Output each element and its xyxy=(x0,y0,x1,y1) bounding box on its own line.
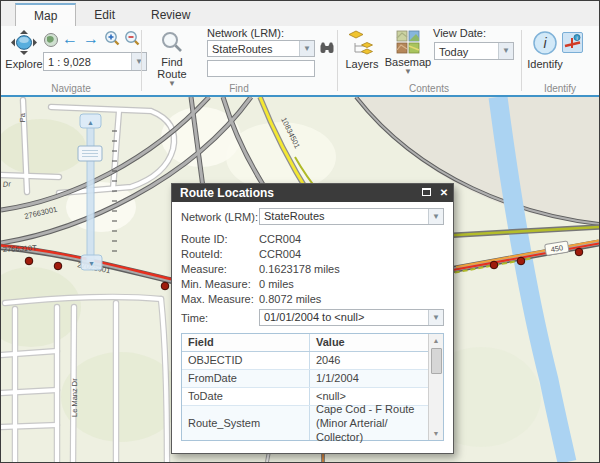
maximize-icon xyxy=(422,188,431,196)
time-value: 01/01/2004 to <null> xyxy=(260,310,428,325)
dialog-network-combo[interactable]: StateRoutes ▼ xyxy=(259,208,444,225)
route-locations-dialog: Route Locations ✕ Network (LRM): StateRo… xyxy=(171,183,454,454)
table-row[interactable]: FromDate 1/1/2004 xyxy=(182,370,428,388)
table-row[interactable]: OBJECTID 2046 xyxy=(182,352,428,370)
field-column-header: Field xyxy=(182,334,310,351)
dialog-network-label: Network (LRM): xyxy=(181,211,259,223)
identify-icon: i xyxy=(532,30,558,58)
group-label-find: Find xyxy=(141,83,337,94)
table-header-row: Field Value xyxy=(182,334,428,352)
slider-track[interactable] xyxy=(87,117,94,262)
measure-label: Measure: xyxy=(181,262,259,277)
scroll-down-icon[interactable]: ▼ xyxy=(433,427,440,440)
explore-button[interactable]: Explore xyxy=(6,29,42,70)
identify-route-locations-tool[interactable]: i xyxy=(562,32,583,53)
table-scrollbar[interactable]: ▲ ▼ xyxy=(428,334,443,440)
find-route-button[interactable]: Find Route ▼ xyxy=(151,30,193,87)
scroll-up-icon[interactable]: ▲ xyxy=(433,334,440,347)
view-date-value: Today xyxy=(435,43,498,59)
map-scale-value: 1 : 9,028 xyxy=(44,53,131,70)
max-measure-label: Max. Measure: xyxy=(181,292,259,307)
dropdown-arrow-icon[interactable]: ▼ xyxy=(428,209,443,224)
group-label-identify: Identify xyxy=(521,83,599,94)
binoculars-icon[interactable] xyxy=(319,40,335,60)
group-label-contents: Contents xyxy=(337,83,521,94)
route-id-label: Route ID: xyxy=(181,232,259,247)
attribute-table: Field Value OBJECTID 2046 FromDate 1/1/2… xyxy=(181,333,444,441)
table-row[interactable]: Route_System Cape Cod - F Route (Minor A… xyxy=(182,406,428,440)
group-separator xyxy=(141,30,142,91)
street-label-dr: Dr xyxy=(2,179,11,189)
next-extent-icon[interactable]: → xyxy=(83,31,99,47)
dropdown-arrow-icon[interactable]: ▼ xyxy=(498,43,513,59)
view-date-combo[interactable]: Today ▼ xyxy=(434,42,514,60)
find-route-icon xyxy=(160,30,184,56)
street-label-pa: Pa xyxy=(18,112,27,122)
route-label-2766310T: 2766310T xyxy=(3,243,38,254)
measure-value: 0.1623178 miles xyxy=(259,262,340,277)
identify-route-icon: i xyxy=(563,33,582,52)
min-measure-row: Min. Measure: 0 miles xyxy=(181,277,444,292)
ribbon-tab-bar: Map Edit Review xyxy=(1,1,599,26)
route-search-input[interactable] xyxy=(207,60,315,77)
route-id-value: CCR004 xyxy=(259,232,301,247)
slider-up-icon: ▲ xyxy=(87,119,94,126)
time-combo[interactable]: 01/01/2004 to <null> ▼ xyxy=(259,309,444,326)
basemap-button[interactable]: Basemap ▼ xyxy=(385,30,431,75)
slider-down-icon: ▼ xyxy=(88,260,95,267)
routeid-label: RouteId: xyxy=(181,247,259,262)
identify-label: Identify xyxy=(527,59,562,70)
map-scale-combo[interactable]: 1 : 9,028 ▼ xyxy=(43,52,147,71)
dropdown-arrow-icon: ▼ xyxy=(404,68,412,75)
explore-label: Explore xyxy=(5,59,42,70)
dropdown-arrow-icon[interactable]: ▼ xyxy=(131,53,146,70)
routeid-value: CCR004 xyxy=(259,247,301,262)
group-separator xyxy=(337,30,338,91)
zoom-out-icon[interactable] xyxy=(124,30,141,51)
layers-label: Layers xyxy=(345,59,378,70)
group-label-navigate: Navigate xyxy=(1,83,141,94)
tab-edit[interactable]: Edit xyxy=(76,4,133,26)
svg-text:i: i xyxy=(576,35,577,41)
dialog-title: Route Locations xyxy=(180,184,274,202)
network-lrm-label: Network (LRM): xyxy=(207,27,284,39)
max-measure-value: 0.8072 miles xyxy=(259,292,321,307)
identify-button[interactable]: i Identify xyxy=(527,30,563,70)
ribbon: Explore ← → 1 : 9,028 xyxy=(1,26,599,97)
route-id-row: Route ID: CCR004 xyxy=(181,232,444,247)
basemap-icon xyxy=(396,30,420,56)
view-date-label: View Date: xyxy=(433,27,486,39)
dialog-title-bar[interactable]: Route Locations ✕ xyxy=(172,184,453,202)
zoom-in-icon[interactable] xyxy=(104,30,121,51)
dialog-network-value: StateRoutes xyxy=(260,209,428,224)
time-label: Time: xyxy=(181,312,259,324)
close-button[interactable]: ✕ xyxy=(435,184,453,202)
full-extent-icon[interactable] xyxy=(43,32,59,52)
layers-icon xyxy=(349,30,375,58)
tab-map[interactable]: Map xyxy=(15,3,76,27)
route-shield-450: 450 xyxy=(545,241,569,255)
network-lrm-combo[interactable]: StateRoutes ▼ xyxy=(207,40,315,57)
explore-icon xyxy=(10,29,38,58)
min-measure-value: 0 miles xyxy=(259,277,294,292)
event-editor-window: Map Edit Review Explore xyxy=(0,0,600,463)
layers-button[interactable]: Layers xyxy=(343,30,381,70)
tab-review[interactable]: Review xyxy=(133,4,208,26)
dialog-body: Network (LRM): StateRoutes ▼ Route ID: C… xyxy=(172,202,453,441)
network-lrm-value: StateRoutes xyxy=(208,41,299,56)
measure-row: Measure: 0.1623178 miles xyxy=(181,262,444,277)
dropdown-arrow-icon[interactable]: ▼ xyxy=(299,41,314,56)
maximize-button[interactable] xyxy=(417,184,435,202)
scrollbar-thumb[interactable] xyxy=(431,348,442,374)
routeid-row: RouteId: CCR004 xyxy=(181,247,444,262)
find-route-label1: Find xyxy=(161,57,182,68)
value-column-header: Value xyxy=(310,334,428,351)
max-measure-row: Max. Measure: 0.8072 miles xyxy=(181,292,444,307)
street-label-le-manz-dr: Le Manz Dr xyxy=(70,378,79,417)
group-separator xyxy=(521,30,522,91)
dropdown-arrow-icon[interactable]: ▼ xyxy=(428,310,443,325)
previous-extent-icon[interactable]: ← xyxy=(62,31,78,47)
min-measure-label: Min. Measure: xyxy=(181,277,259,292)
